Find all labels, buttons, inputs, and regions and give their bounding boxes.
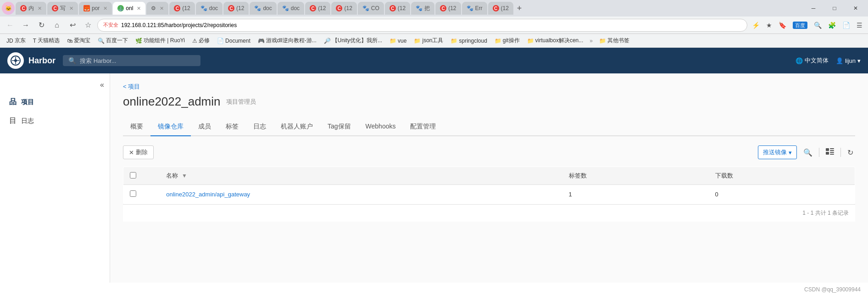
tab-close[interactable]: ✕ <box>160 6 164 11</box>
bookmark-ruoyi[interactable]: 🌿 功能组件 | RuoYi <box>133 36 188 45</box>
bookmark-git[interactable]: 📁 git操作 <box>492 36 523 45</box>
tab-8[interactable]: C (12 <box>223 2 249 15</box>
bookmark-document[interactable]: 📄 Document <box>214 37 253 45</box>
tab-13[interactable]: 🐾 CO <box>358 2 384 15</box>
repository-table: 名称 ▼ 标签数 下载数 online2022_admin/api_gatewa… <box>123 167 855 204</box>
tab-webhooks[interactable]: Webhooks <box>358 118 403 136</box>
tab-18[interactable]: C (12 <box>488 2 513 15</box>
tab-4-active[interactable]: ⚓ onl ✕ <box>113 2 145 15</box>
grid-list-icon <box>826 148 834 155</box>
refresh-button[interactable]: ↻ <box>35 19 48 32</box>
url-bar[interactable]: 不安全 192.168.0.121:85/harbor/projects/2/r… <box>97 19 747 32</box>
pdf-button[interactable]: 📄 <box>840 20 852 31</box>
home-button[interactable]: ⌂ <box>50 19 63 32</box>
baidu-search-button[interactable]: 百度 <box>791 19 809 31</box>
sidebar-item-logs[interactable]: 目 日志 <box>0 111 110 130</box>
bookmark-tmall[interactable]: T 天猫精选 <box>30 36 62 45</box>
tab-12[interactable]: C (12 <box>331 2 356 15</box>
footer-note: CSDN @qq_39009944 <box>0 283 868 296</box>
tab-7[interactable]: 🐾 doc <box>196 2 223 15</box>
push-mirror-button[interactable]: 推送镜像 ▾ <box>758 145 797 159</box>
tab-label: (12 <box>182 5 190 11</box>
tab-repositories[interactable]: 镜像仓库 <box>150 118 191 136</box>
tab-close[interactable]: ✕ <box>69 6 73 11</box>
projects-icon: 品 <box>9 97 17 107</box>
more-bookmarks[interactable]: » <box>588 38 595 44</box>
view-toggle-button[interactable] <box>824 146 836 158</box>
row-checkbox-cell <box>123 185 160 204</box>
row-checkbox[interactable] <box>130 190 136 197</box>
tab-1[interactable]: C 内 ✕ <box>16 2 46 15</box>
tab-robot-accounts[interactable]: 机器人账户 <box>273 118 320 136</box>
bookmark-virtualbox[interactable]: 📁 virtualbox解决cen... <box>524 36 586 45</box>
bookmark-other[interactable]: 📁 其他书签 <box>596 36 632 45</box>
svg-rect-7 <box>830 154 834 155</box>
bookmark-game[interactable]: 🎮 游戏dll逆向教程-游... <box>255 36 319 45</box>
tab-10[interactable]: 🐾 doc <box>278 2 304 15</box>
search-icon-button[interactable]: 🔍 <box>801 146 814 159</box>
user-menu[interactable]: 👤 lijun ▾ <box>836 57 861 64</box>
menu-button[interactable]: ☰ <box>855 20 864 31</box>
forward-button[interactable]: → <box>19 19 32 32</box>
bookmark-button[interactable]: ☆ <box>82 19 95 32</box>
bookmark2-button[interactable]: 🔖 <box>777 20 788 31</box>
tab-2[interactable]: C 写 ✕ <box>47 2 78 15</box>
breadcrumb[interactable]: < 项目 <box>123 83 855 91</box>
tab-favicon: 🐾 <box>254 5 261 11</box>
tab-17[interactable]: 🐾 Err <box>462 2 487 15</box>
tab-close[interactable]: ✕ <box>38 6 42 11</box>
tab-tag-retention[interactable]: Tag保留 <box>320 118 358 136</box>
bookmark-vue[interactable]: 📁 vue <box>387 37 409 45</box>
tab-members[interactable]: 成员 <box>191 118 218 136</box>
extension-button[interactable]: 🧩 <box>826 20 838 31</box>
tab-config[interactable]: 配置管理 <box>403 118 443 136</box>
repo-link[interactable]: online2022_admin/api_gateway <box>166 191 250 198</box>
harbor-app: Harbor 🔍 🌐 中文简体 👤 lijun ▾ « 品 <box>0 48 868 301</box>
row-downloads-cell: 0 <box>709 185 855 204</box>
tab-6[interactable]: C (12 <box>169 2 195 15</box>
tab-11[interactable]: C (12 <box>305 2 330 15</box>
tab-bar: 🐱 C 内 ✕ C 写 ✕ 🦊 por ✕ ⚓ onl ✕ ⚙ ✕ C <box>0 0 868 17</box>
bookmark-label: json工具 <box>422 37 443 45</box>
sidebar-item-projects[interactable]: 品 项目 <box>0 93 110 111</box>
refresh-button[interactable]: ↻ <box>846 146 855 159</box>
tab-16[interactable]: C (12 <box>435 2 461 15</box>
bookmark-jd[interactable]: JD 京东 <box>4 36 28 45</box>
bookmark-taobao[interactable]: 🛍 爱淘宝 <box>64 36 93 45</box>
table-row: online2022_admin/api_gateway 1 0 <box>123 185 855 204</box>
tab-close[interactable]: ✕ <box>137 6 141 11</box>
back-button[interactable]: ← <box>4 19 17 32</box>
sidebar-collapse-button[interactable]: « <box>100 81 104 89</box>
new-tab-button[interactable]: + <box>514 4 525 13</box>
close-button[interactable]: ✕ <box>845 0 866 17</box>
bookmark-json[interactable]: 📁 json工具 <box>411 36 446 45</box>
tab-close[interactable]: ✕ <box>103 6 107 11</box>
bookmark-unity[interactable]: 🔎 【Unity优化】我所... <box>321 36 385 45</box>
tab-labels[interactable]: 标签 <box>218 118 246 136</box>
tab-summary[interactable]: 概要 <box>123 118 150 136</box>
tab-5[interactable]: ⚙ ✕ <box>146 2 168 15</box>
search-input[interactable] <box>80 57 195 64</box>
lightning-button[interactable]: ⚡ <box>750 20 762 31</box>
harbor-search-box[interactable]: 🔍 <box>63 55 200 66</box>
tab-14[interactable]: C (12 <box>385 2 410 15</box>
filter-icon[interactable]: ▼ <box>182 173 187 179</box>
select-all-checkbox[interactable] <box>130 172 136 178</box>
star-button[interactable]: ★ <box>764 20 774 31</box>
undo-button[interactable]: ↩ <box>66 19 79 32</box>
tab-label: 写 <box>60 5 66 12</box>
minimize-button[interactable]: ─ <box>803 0 824 17</box>
tab-9[interactable]: 🐾 doc <box>250 2 276 15</box>
bookmark-bixiu[interactable]: ⚠ 必修 <box>189 36 212 45</box>
delete-button[interactable]: ✕ 删除 <box>123 145 154 159</box>
tab-15[interactable]: 🐾 把 <box>411 2 434 15</box>
language-selector[interactable]: 🌐 中文简体 <box>796 56 829 65</box>
bookmark-springcloud[interactable]: 📁 springcloud <box>448 37 490 45</box>
maximize-button[interactable]: □ <box>824 0 845 17</box>
search-button[interactable]: 🔍 <box>812 20 823 31</box>
header-checkbox-col <box>123 167 160 185</box>
bookmark-icon: 🔍 <box>98 38 105 44</box>
tab-3[interactable]: 🦊 por ✕ <box>79 2 112 15</box>
tab-logs[interactable]: 日志 <box>246 118 273 136</box>
bookmark-baidu[interactable]: 🔍 百度一下 <box>95 36 131 45</box>
